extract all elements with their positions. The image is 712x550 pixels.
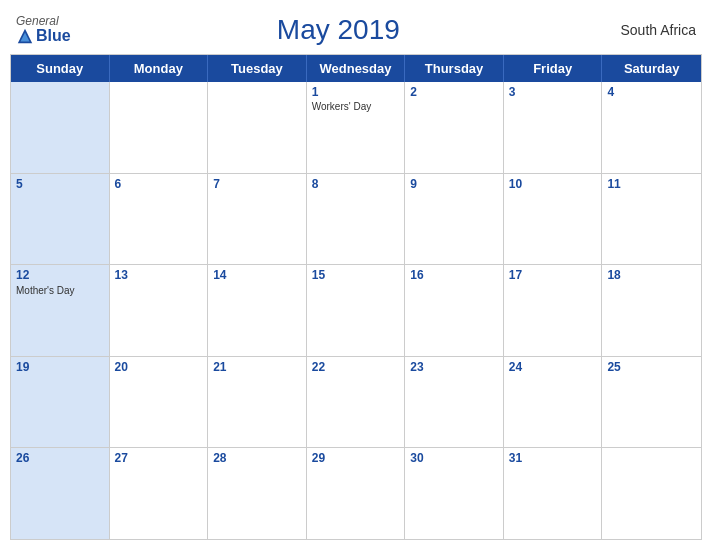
cal-cell-r4-c1: 27 <box>110 448 209 539</box>
day-number: 9 <box>410 177 498 191</box>
cal-cell-r3-c4: 23 <box>405 357 504 448</box>
day-number: 28 <box>213 451 301 465</box>
calendar-title: May 2019 <box>71 14 606 46</box>
day-number: 30 <box>410 451 498 465</box>
cal-cell-r1-c4: 9 <box>405 174 504 265</box>
day-number: 8 <box>312 177 400 191</box>
cal-cell-r4-c3: 29 <box>307 448 406 539</box>
cal-cell-r0-c1: 0 <box>110 82 209 173</box>
col-monday: Monday <box>110 55 209 82</box>
day-number: 1 <box>312 85 400 99</box>
cal-cell-r2-c6: 18 <box>602 265 701 356</box>
cal-cell-r0-c6: 4 <box>602 82 701 173</box>
cal-cell-r2-c3: 15 <box>307 265 406 356</box>
day-number: 19 <box>16 360 104 374</box>
day-number: 4 <box>607 85 696 99</box>
cal-cell-r3-c0: 19 <box>11 357 110 448</box>
day-number: 16 <box>410 268 498 282</box>
cal-cell-r4-c6: 0 <box>602 448 701 539</box>
cal-cell-r0-c3: 1Workers' Day <box>307 82 406 173</box>
logo-icon <box>16 27 34 45</box>
cal-cell-r1-c6: 11 <box>602 174 701 265</box>
day-number: 12 <box>16 268 104 282</box>
cal-cell-r2-c0: 12Mother's Day <box>11 265 110 356</box>
holiday-label: Workers' Day <box>312 101 400 112</box>
cal-cell-r3-c5: 24 <box>504 357 603 448</box>
day-number: 24 <box>509 360 597 374</box>
col-wednesday: Wednesday <box>307 55 406 82</box>
day-number: 10 <box>509 177 597 191</box>
day-number: 3 <box>509 85 597 99</box>
day-number: 29 <box>312 451 400 465</box>
calendar-row-1: 0001Workers' Day234 <box>11 82 701 174</box>
col-sunday: Sunday <box>11 55 110 82</box>
day-number: 15 <box>312 268 400 282</box>
cal-cell-r0-c4: 2 <box>405 82 504 173</box>
day-number: 6 <box>115 177 203 191</box>
country-label: South Africa <box>606 22 696 38</box>
day-number: 23 <box>410 360 498 374</box>
col-tuesday: Tuesday <box>208 55 307 82</box>
day-number: 21 <box>213 360 301 374</box>
logo-blue-text: Blue <box>16 27 71 45</box>
day-number: 31 <box>509 451 597 465</box>
calendar: Sunday Monday Tuesday Wednesday Thursday… <box>10 54 702 540</box>
day-number: 7 <box>213 177 301 191</box>
calendar-header: Sunday Monday Tuesday Wednesday Thursday… <box>11 55 701 82</box>
cal-cell-r3-c1: 20 <box>110 357 209 448</box>
day-number: 17 <box>509 268 597 282</box>
cal-cell-r2-c5: 17 <box>504 265 603 356</box>
cal-cell-r0-c0: 0 <box>11 82 110 173</box>
day-number: 20 <box>115 360 203 374</box>
cal-cell-r4-c4: 30 <box>405 448 504 539</box>
day-number: 27 <box>115 451 203 465</box>
day-number: 14 <box>213 268 301 282</box>
calendar-body: 0001Workers' Day23456789101112Mother's D… <box>11 82 701 539</box>
day-number: 22 <box>312 360 400 374</box>
calendar-row-2: 567891011 <box>11 174 701 266</box>
cal-cell-r3-c2: 21 <box>208 357 307 448</box>
col-thursday: Thursday <box>405 55 504 82</box>
day-number: 25 <box>607 360 696 374</box>
cal-cell-r3-c3: 22 <box>307 357 406 448</box>
cal-cell-r2-c1: 13 <box>110 265 209 356</box>
logo-general-text: General <box>16 15 59 27</box>
day-number: 26 <box>16 451 104 465</box>
col-friday: Friday <box>504 55 603 82</box>
cal-cell-r4-c0: 26 <box>11 448 110 539</box>
cal-cell-r1-c5: 10 <box>504 174 603 265</box>
day-number: 13 <box>115 268 203 282</box>
header: General Blue May 2019 South Africa <box>10 10 702 54</box>
day-number: 18 <box>607 268 696 282</box>
col-saturday: Saturday <box>602 55 701 82</box>
cal-cell-r4-c2: 28 <box>208 448 307 539</box>
cal-cell-r0-c5: 3 <box>504 82 603 173</box>
cal-cell-r1-c3: 8 <box>307 174 406 265</box>
logo: General Blue <box>16 15 71 45</box>
cal-cell-r0-c2: 0 <box>208 82 307 173</box>
cal-cell-r4-c5: 31 <box>504 448 603 539</box>
calendar-row-4: 19202122232425 <box>11 357 701 449</box>
cal-cell-r1-c0: 5 <box>11 174 110 265</box>
page: General Blue May 2019 South Africa Sunda… <box>0 0 712 550</box>
cal-cell-r3-c6: 25 <box>602 357 701 448</box>
calendar-row-5: 2627282930310 <box>11 448 701 539</box>
day-number: 2 <box>410 85 498 99</box>
cal-cell-r1-c1: 6 <box>110 174 209 265</box>
day-number: 11 <box>607 177 696 191</box>
cal-cell-r2-c4: 16 <box>405 265 504 356</box>
day-number: 5 <box>16 177 104 191</box>
cal-cell-r2-c2: 14 <box>208 265 307 356</box>
holiday-label: Mother's Day <box>16 285 104 296</box>
calendar-row-3: 12Mother's Day131415161718 <box>11 265 701 357</box>
cal-cell-r1-c2: 7 <box>208 174 307 265</box>
